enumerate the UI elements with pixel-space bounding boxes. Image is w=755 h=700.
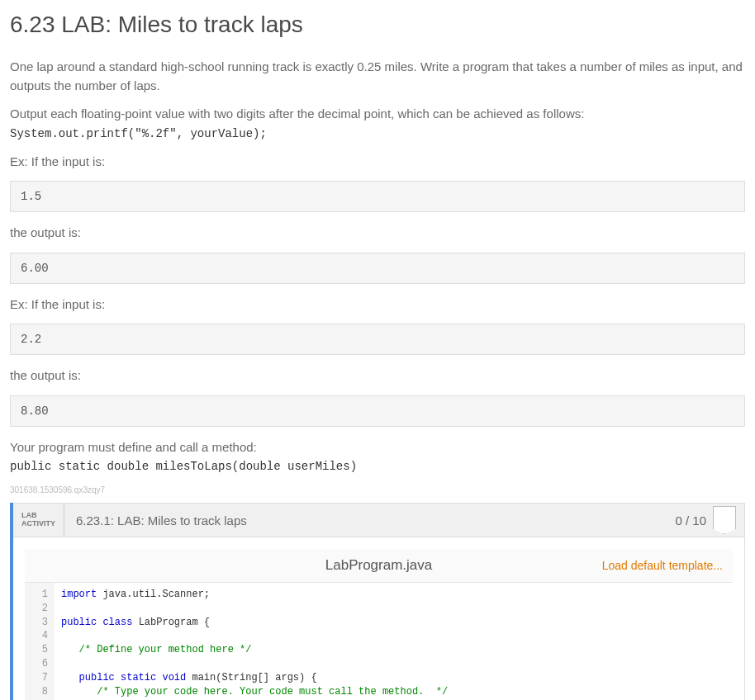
code-editor[interactable]: 1234567891011 import java.util.Scanner; …	[25, 583, 733, 700]
output-instr-text: Output each floating-point value with tw…	[10, 106, 584, 121]
lab-score: 0 / 10	[667, 504, 744, 537]
example-input-label: Ex: If the input is:	[10, 296, 745, 315]
lab-activity-header: LAB ACTIVITY 6.23.1: LAB: Miles to track…	[13, 503, 745, 537]
score-badge-icon	[713, 506, 736, 534]
example-input-label: Ex: If the input is:	[10, 153, 745, 172]
line-number-gutter: 1234567891011	[25, 583, 55, 700]
method-instructions: Your program must define and call a meth…	[10, 438, 745, 476]
load-default-template-link[interactable]: Load default template...	[602, 559, 723, 572]
example-output-label: the output is:	[10, 224, 745, 243]
lab-activity-label: LAB ACTIVITY	[13, 504, 64, 537]
example-output-label: the output is:	[10, 367, 745, 385]
lab-label-bottom: ACTIVITY	[21, 520, 55, 528]
method-instr-text: Your program must define and call a meth…	[10, 440, 257, 454]
example-output-box: 8.80	[10, 395, 745, 427]
page-title: 6.23 LAB: Miles to track laps	[10, 12, 745, 38]
intro-paragraph: One lap around a standard high-school ru…	[10, 58, 745, 95]
file-header: LabProgram.java Load default template...	[25, 549, 733, 583]
score-text: 0 / 10	[675, 513, 706, 527]
example-input-box: 1.5	[10, 181, 745, 212]
lab-activity-panel: LAB ACTIVITY 6.23.1: LAB: Miles to track…	[10, 503, 745, 700]
example-output-box: 6.00	[10, 253, 745, 284]
output-instructions: Output each floating-point value with tw…	[10, 105, 745, 143]
example-input-box: 2.2	[10, 324, 745, 355]
printf-example: System.out.printf("%.2f", yourValue);	[10, 127, 267, 140]
watermark-id: 301638.1530596.qx3zqy7	[10, 485, 745, 494]
lab-activity-title: 6.23.1: LAB: Miles to track laps	[64, 504, 667, 537]
method-signature: public static double milesToLaps(double …	[10, 460, 357, 473]
code-editor-panel: LabProgram.java Load default template...…	[13, 537, 745, 700]
code-content[interactable]: import java.util.Scanner; public class L…	[55, 583, 733, 700]
file-name: LabProgram.java	[325, 557, 432, 573]
